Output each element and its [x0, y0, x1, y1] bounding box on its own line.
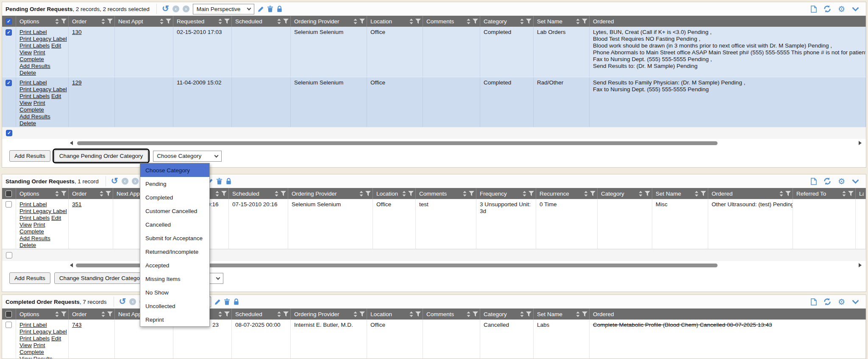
- sort-icon[interactable]: [101, 19, 106, 24]
- column-header-category[interactable]: Category: [480, 16, 534, 27]
- sort-icon[interactable]: [409, 19, 414, 24]
- scrollbar-thumb[interactable]: [77, 141, 718, 145]
- option-link-add-results[interactable]: Add Results: [19, 63, 50, 69]
- change-pending-order-category-button[interactable]: Change Pending Order Category: [54, 150, 148, 162]
- collapse-section-icon[interactable]: [852, 179, 859, 184]
- filter-icon[interactable]: [61, 191, 67, 196]
- sort-icon[interactable]: [353, 19, 358, 24]
- horizontal-scrollbar[interactable]: [2, 261, 866, 270]
- horizontal-scrollbar[interactable]: [2, 139, 866, 148]
- option-link-print-labels[interactable]: Print Labels: [19, 335, 50, 342]
- column-header-options[interactable]: Options: [16, 309, 69, 320]
- delete-perspective-icon[interactable]: [267, 6, 273, 12]
- option-link-complete[interactable]: Complete: [19, 228, 44, 235]
- sort-icon[interactable]: [99, 191, 104, 196]
- sync-icon[interactable]: [823, 298, 831, 306]
- sort-icon[interactable]: [159, 19, 164, 24]
- sort-icon[interactable]: [409, 311, 414, 317]
- column-header-category[interactable]: Category: [598, 188, 652, 199]
- column-header-scheduled[interactable]: Scheduled: [229, 188, 288, 199]
- sort-icon[interactable]: [466, 19, 471, 24]
- column-header-set-name[interactable]: Set Name: [534, 309, 590, 320]
- column-header-requested[interactable]: Requested: [173, 16, 232, 27]
- filter-icon[interactable]: [224, 19, 230, 24]
- row-checkbox[interactable]: [6, 322, 12, 328]
- sort-icon[interactable]: [218, 19, 223, 24]
- option-link-view[interactable]: View: [19, 222, 32, 228]
- column-header-order[interactable]: Order: [69, 309, 115, 320]
- lock-icon[interactable]: [233, 298, 239, 305]
- sort-icon[interactable]: [353, 311, 358, 317]
- scroll-right-icon[interactable]: [859, 263, 862, 267]
- order-number-link[interactable]: 129: [72, 79, 82, 86]
- column-header-referred-to[interactable]: Referred To: [793, 188, 856, 199]
- sort-icon[interactable]: [359, 191, 364, 196]
- prev-page-icon[interactable]: ‹: [172, 6, 179, 12]
- filter-icon[interactable]: [582, 19, 587, 24]
- edit-perspective-icon[interactable]: [258, 6, 264, 12]
- option-link-view[interactable]: View: [19, 100, 32, 106]
- sort-icon[interactable]: [462, 191, 467, 196]
- filter-icon[interactable]: [848, 191, 854, 196]
- column-header-order[interactable]: Order: [69, 188, 113, 199]
- sync-icon[interactable]: [823, 177, 831, 185]
- column-header-scheduled[interactable]: Scheduled: [232, 309, 291, 320]
- filter-icon[interactable]: [529, 191, 534, 196]
- filter-icon[interactable]: [166, 19, 171, 24]
- column-header-ordered[interactable]: Ordered: [590, 309, 866, 320]
- option-link-edit[interactable]: Edit: [51, 215, 61, 221]
- row-checkbox[interactable]: ✓: [6, 80, 12, 86]
- settings-gear-icon[interactable]: ⚙: [838, 5, 845, 13]
- column-header-ordering-provider[interactable]: Ordering Provider: [291, 16, 367, 27]
- select-all-header-checkbox[interactable]: [6, 191, 12, 197]
- filter-icon[interactable]: [473, 311, 478, 317]
- sort-icon[interactable]: [277, 311, 281, 317]
- option-link-print-label[interactable]: Print Label: [19, 201, 47, 208]
- row-checkbox[interactable]: ✓: [6, 29, 12, 36]
- order-number-link[interactable]: 351: [72, 201, 82, 208]
- option-link-print-labels[interactable]: Print Labels: [19, 93, 50, 99]
- option-link-complete[interactable]: Complete: [19, 349, 44, 355]
- refresh-icon[interactable]: ↺: [111, 177, 118, 185]
- sort-icon[interactable]: [638, 191, 643, 196]
- option-link-print-legacy-label[interactable]: Print Legacy Label: [19, 36, 67, 42]
- column-header-set-name[interactable]: Set Name: [534, 16, 590, 27]
- option-link-print-legacy-label[interactable]: Print Legacy Label: [19, 328, 67, 335]
- option-link-complete[interactable]: Complete: [19, 56, 44, 62]
- filter-icon[interactable]: [61, 311, 67, 317]
- menu-item-accepted[interactable]: Accepted: [140, 258, 209, 272]
- add-results-button[interactable]: Add Results: [9, 150, 50, 162]
- option-link-print[interactable]: Print: [33, 100, 45, 106]
- column-header-recurrence[interactable]: Recurrence: [536, 188, 598, 199]
- filter-icon[interactable]: [582, 311, 587, 317]
- column-header-ordered[interactable]: Ordered: [590, 16, 866, 27]
- filter-icon[interactable]: [408, 191, 414, 196]
- prev-page-icon[interactable]: ‹: [129, 298, 136, 305]
- sort-icon[interactable]: [576, 311, 580, 317]
- new-document-icon[interactable]: [811, 178, 817, 185]
- sort-icon[interactable]: [55, 19, 59, 24]
- menu-item-missing-items[interactable]: Missing Items: [140, 272, 209, 286]
- filter-icon[interactable]: [590, 191, 595, 196]
- add-results-button[interactable]: Add Results: [9, 272, 50, 284]
- filter-icon[interactable]: [415, 311, 421, 317]
- filter-icon[interactable]: [469, 191, 474, 196]
- menu-item-uncollected[interactable]: Uncollected: [140, 299, 209, 313]
- new-document-icon[interactable]: [811, 6, 817, 13]
- sort-icon[interactable]: [218, 311, 223, 317]
- column-header-ordering-provider[interactable]: Ordering Provider: [291, 309, 367, 320]
- filter-icon[interactable]: [283, 19, 289, 24]
- column-header-ordering-provider[interactable]: Ordering Provider: [288, 188, 373, 199]
- sort-icon[interactable]: [779, 191, 784, 196]
- filter-icon[interactable]: [785, 191, 791, 196]
- column-header-location[interactable]: Location: [373, 188, 416, 199]
- option-link-print-label[interactable]: Print Label: [19, 79, 47, 86]
- menu-item-completed[interactable]: Completed: [140, 191, 209, 204]
- menu-item-choose-category[interactable]: Choose Category: [140, 163, 209, 177]
- column-header-next-appt[interactable]: Next Appt: [115, 16, 173, 27]
- menu-item-returned-incomplete[interactable]: Returned/Incomplete: [140, 245, 209, 258]
- option-link-print-label[interactable]: Print Label: [19, 322, 47, 328]
- scroll-left-icon[interactable]: [70, 263, 73, 267]
- collapse-section-icon[interactable]: [852, 7, 859, 11]
- settings-gear-icon[interactable]: ⚙: [838, 298, 845, 306]
